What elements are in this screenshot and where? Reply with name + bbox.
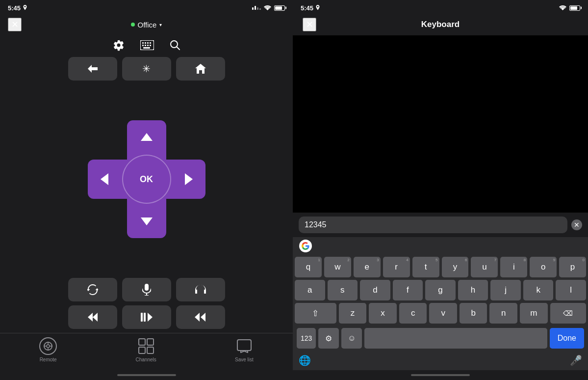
svg-rect-24 [147, 339, 153, 345]
key-n[interactable]: n [489, 303, 517, 324]
dpad-left-button[interactable] [90, 164, 119, 194]
dpad-down-button[interactable] [132, 207, 161, 236]
key-q[interactable]: q1 [295, 257, 322, 277]
shift-key[interactable]: ⇧ [295, 303, 336, 324]
keyboard-icon [140, 40, 154, 50]
home-indicator-right [293, 370, 588, 380]
key-c[interactable]: c [399, 303, 427, 324]
key-j[interactable]: j [490, 280, 521, 300]
keyboard-mic-key[interactable]: 🎤 [570, 354, 582, 366]
nav-save-list[interactable]: Save list [235, 337, 254, 362]
done-key[interactable]: Done [550, 328, 584, 349]
control-row: ✳ [0, 53, 293, 84]
key-s[interactable]: s [328, 280, 358, 300]
headphones-button[interactable] [176, 278, 225, 301]
globe-key[interactable]: 🌐 [299, 354, 311, 366]
key-e[interactable]: e3 [354, 257, 381, 277]
left-panel: 5:45 ✕ Office ▾ [0, 0, 293, 380]
keyboard-header: ✕ Keyboard [293, 14, 588, 35]
emoji-key[interactable]: ☺ [341, 328, 362, 349]
arrow-right-icon [185, 173, 193, 185]
media-row-2 [12, 305, 281, 329]
keyboard-button[interactable] [140, 39, 154, 51]
key-v[interactable]: v [429, 303, 457, 324]
chevron-down-icon: ▾ [159, 22, 162, 27]
delete-key[interactable]: ⌫ [550, 303, 586, 324]
svg-point-18 [47, 345, 50, 348]
key-a[interactable]: a [295, 280, 325, 300]
key-l[interactable]: l [556, 280, 586, 300]
keyboard-settings-key[interactable]: ⚙ [318, 328, 339, 349]
key-p[interactable]: p0 [559, 257, 586, 277]
key-g[interactable]: g [425, 280, 456, 300]
media-row-1 [12, 278, 281, 301]
keyboard-row-3: ⇧ z x c v b n m ⌫ [295, 303, 586, 324]
search-button[interactable] [170, 39, 180, 51]
remote-label: Remote [40, 357, 57, 362]
svg-rect-16 [144, 313, 146, 322]
close-button-right[interactable]: ✕ [303, 18, 316, 31]
rewind-button[interactable] [68, 305, 117, 329]
back-icon [88, 65, 98, 73]
key-r[interactable]: r4 [383, 257, 410, 277]
key-b[interactable]: b [460, 303, 487, 324]
save-list-bookmark-icon [237, 339, 252, 353]
star-icon: ✳ [142, 63, 151, 75]
location-icon-right [315, 5, 320, 11]
space-key[interactable] [364, 328, 547, 349]
arrow-up-icon [141, 133, 153, 141]
home-indicator-left [0, 370, 293, 380]
nav-remote[interactable]: Remote [39, 337, 57, 362]
mic-button[interactable] [122, 278, 171, 301]
device-selector[interactable]: Office ▾ [131, 21, 162, 29]
home-button[interactable] [176, 57, 225, 81]
close-button-left[interactable]: ✕ [8, 18, 22, 31]
key-m[interactable]: m [520, 303, 548, 324]
key-w[interactable]: w2 [324, 257, 351, 277]
numbers-key[interactable]: 123 [297, 328, 316, 349]
key-i[interactable]: i8 [500, 257, 527, 277]
save-list-icon [235, 337, 253, 355]
svg-rect-15 [141, 313, 143, 322]
keyboard-title: Keyboard [316, 20, 564, 29]
dpad-right-button[interactable] [174, 164, 204, 194]
search-input-row: ✕ [293, 213, 588, 237]
key-y[interactable]: y6 [442, 257, 469, 277]
fast-forward-button[interactable] [176, 305, 225, 329]
key-u[interactable]: u7 [471, 257, 498, 277]
nav-channels[interactable]: Channels [135, 337, 156, 362]
wifi-icon-left [264, 5, 271, 11]
back-button[interactable] [68, 57, 117, 81]
keyboard-row-2: a s d f g h j k l [295, 280, 586, 300]
key-d[interactable]: d [360, 280, 390, 300]
svg-rect-26 [147, 347, 153, 353]
key-x[interactable]: x [369, 303, 397, 324]
battery-icon-right [569, 5, 580, 11]
time-left: 5:45 [8, 4, 27, 12]
svg-rect-6 [145, 45, 146, 46]
status-icons-left [252, 5, 285, 11]
dpad-up-button[interactable] [132, 122, 161, 152]
svg-rect-27 [237, 340, 251, 351]
key-k[interactable]: k [523, 280, 554, 300]
key-h[interactable]: h [458, 280, 488, 300]
key-t[interactable]: t5 [412, 257, 439, 277]
play-pause-button[interactable] [122, 305, 171, 329]
online-indicator [131, 23, 135, 27]
key-o[interactable]: o9 [530, 257, 557, 277]
star-button[interactable]: ✳ [122, 57, 171, 81]
play-pause-icon [141, 313, 153, 322]
search-input[interactable] [299, 217, 567, 233]
arrow-down-icon [141, 217, 153, 225]
svg-rect-7 [147, 45, 149, 46]
channels-icon [137, 337, 155, 355]
key-f[interactable]: f [393, 280, 423, 300]
gear-icon [113, 39, 125, 51]
key-z[interactable]: z [339, 303, 367, 324]
ok-button[interactable]: OK [122, 155, 171, 204]
settings-button[interactable] [113, 39, 125, 51]
replay-button[interactable] [68, 278, 117, 301]
svg-rect-25 [139, 347, 145, 353]
channels-label: Channels [135, 357, 156, 362]
clear-input-button[interactable]: ✕ [571, 219, 582, 230]
